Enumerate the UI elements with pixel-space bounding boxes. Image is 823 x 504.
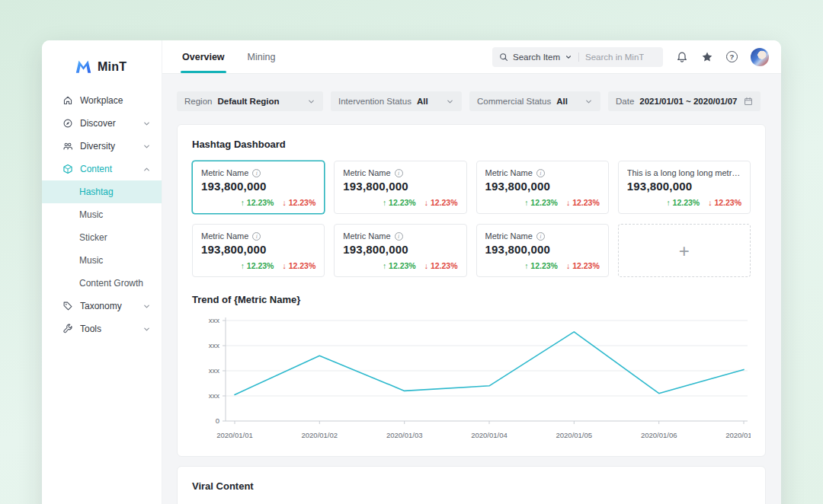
metric-value: 193,800,000 <box>201 180 315 193</box>
metric-name: Metric Name <box>485 168 533 177</box>
arrow-up-icon: ↑ <box>383 261 386 270</box>
sidebar-item-workplace[interactable]: Workplace <box>42 89 162 112</box>
svg-text:xxx: xxx <box>209 366 220 375</box>
chevron-down-icon <box>584 97 593 106</box>
arrow-down-icon: ↓ <box>566 261 570 270</box>
chevron-down-icon <box>307 97 315 106</box>
plus-icon: + <box>679 242 690 260</box>
down-badge: ↓ 12.23% <box>424 261 458 270</box>
chevron-down-icon <box>143 120 151 128</box>
up-badge: ↑ 12.23% <box>383 261 416 270</box>
sidebar: MinT WorkplaceDiscoverDiversityContentHa… <box>42 40 162 504</box>
down-badge: ↓ 12.23% <box>566 261 600 270</box>
filter-commercial-status[interactable]: Commercial StatusAll <box>469 91 600 111</box>
info-icon: i <box>395 232 403 241</box>
sidebar-item-tools[interactable]: Tools <box>42 317 162 340</box>
arrow-up-icon: ↑ <box>666 198 670 207</box>
content-icon <box>62 164 73 175</box>
arrow-down-icon: ↓ <box>282 261 286 270</box>
up-badge: ↑ 12.23% <box>524 198 558 207</box>
trend-title: Trend of {Metric Name} <box>192 294 751 305</box>
arrow-up-icon: ↑ <box>241 261 245 270</box>
up-badge: ↑ 12.23% <box>241 261 274 270</box>
metric-card[interactable]: Metric Namei 193,800,000 ↑ 12.23% ↓ 12.2… <box>476 224 609 277</box>
metric-value: 193,800,000 <box>343 180 457 193</box>
info-icon: i <box>252 232 261 241</box>
sidebar-item-music[interactable]: Music <box>42 249 162 272</box>
svg-text:xxx: xxx <box>209 391 220 400</box>
sidebar-item-content[interactable]: Content <box>42 158 162 180</box>
filter-date[interactable]: Date2021/01/01 ~ 2020/01/07 <box>608 91 761 111</box>
metric-card[interactable]: Metric Namei 193,800,000 ↑ 12.23% ↓ 12.2… <box>192 224 325 277</box>
metric-card[interactable]: Metric Namei 193,800,000 ↑ 12.23% ↓ 12.2… <box>334 161 466 214</box>
app-logo[interactable]: MinT <box>42 40 162 89</box>
chevron-down-icon <box>143 302 151 311</box>
tab-overview[interactable]: Overview <box>181 40 226 73</box>
chevron-down-icon <box>565 53 572 61</box>
add-metric-button[interactable]: + <box>618 224 751 277</box>
down-badge: ↓ 12.23% <box>282 261 315 270</box>
sidebar-item-hashtag[interactable]: Hashtag <box>42 180 162 203</box>
metric-name: Metric Name <box>201 231 248 241</box>
metric-value: 193,800,000 <box>201 243 315 256</box>
metric-badges: ↑ 12.23% ↓ 12.23% <box>627 198 741 207</box>
star-icon[interactable] <box>701 51 713 63</box>
metric-card[interactable]: Metric Namei 193,800,000 ↑ 12.23% ↓ 12.2… <box>334 224 466 277</box>
metric-card[interactable]: Metric Namei 193,800,000 ↑ 12.23% ↓ 12.2… <box>476 161 609 214</box>
sidebar-item-sticker[interactable]: Sticker <box>42 226 162 249</box>
sidebar-item-label: Content <box>80 164 143 174</box>
down-badge: ↓ 12.23% <box>566 198 600 207</box>
sidebar-item-label: Music <box>79 209 151 220</box>
metric-name: Metric Name <box>201 168 248 177</box>
arrow-down-icon: ↓ <box>566 198 570 207</box>
tab-mining[interactable]: Mining <box>246 40 277 73</box>
taxonomy-icon <box>62 301 73 312</box>
sidebar-item-taxonomy[interactable]: Taxonomy <box>42 295 162 317</box>
search-icon <box>499 53 508 62</box>
metric-badges: ↑ 12.23% ↓ 12.23% <box>343 261 457 270</box>
sidebar-item-diversity[interactable]: Diversity <box>42 135 162 158</box>
up-badge: ↑ 12.23% <box>241 198 274 207</box>
sidebar-item-content-growth[interactable]: Content Growth <box>42 272 162 295</box>
topbar: OverviewMining Search Item Search in Min… <box>162 40 781 74</box>
metric-badges: ↑ 12.23% ↓ 12.23% <box>485 261 600 270</box>
svg-text:2020/01/01: 2020/01/01 <box>216 431 253 439</box>
bell-icon[interactable] <box>676 51 688 63</box>
sidebar-item-label: Hashtag <box>79 187 151 197</box>
filter-intervention-status[interactable]: Intervention StatusAll <box>331 91 462 111</box>
app-name: MinT <box>98 60 126 74</box>
sidebar-item-label: Content Growth <box>79 278 151 289</box>
svg-text:2020/01/03: 2020/01/03 <box>386 431 423 439</box>
svg-text:2020/01/02: 2020/01/02 <box>302 431 338 439</box>
filter-region[interactable]: RegionDefault Region <box>177 91 323 111</box>
sidebar-item-discover[interactable]: Discover <box>42 112 162 135</box>
info-icon: i <box>536 232 545 241</box>
up-badge: ↑ 12.23% <box>383 198 416 207</box>
sidebar-item-music[interactable]: Music <box>42 203 162 226</box>
metric-card[interactable]: Metric Namei 193,800,000 ↑ 12.23% ↓ 12.2… <box>192 161 325 214</box>
metric-value: 193,800,000 <box>627 180 741 193</box>
metric-name: Metric Name <box>485 231 533 241</box>
dashboard-title: Hashtag Dashboard <box>192 139 751 150</box>
search-input[interactable]: Search in MinT <box>585 53 644 62</box>
chevron-down-icon <box>446 97 454 106</box>
search-divider <box>578 53 579 62</box>
filter-value: Default Region <box>217 97 279 106</box>
filter-label: Region <box>184 97 212 106</box>
arrow-down-icon: ↓ <box>424 261 428 270</box>
filter-value: 2021/01/01 ~ 2020/01/07 <box>639 97 737 106</box>
metric-badges: ↑ 12.23% ↓ 12.23% <box>485 198 600 207</box>
tab-label: Overview <box>182 52 225 62</box>
arrow-down-icon: ↓ <box>424 198 428 207</box>
arrow-up-icon: ↑ <box>524 198 528 207</box>
filter-value: All <box>417 97 428 106</box>
metric-card[interactable]: This is a long long long metric name... … <box>618 161 751 214</box>
search-scope-select[interactable]: Search Item <box>513 53 560 62</box>
help-icon[interactable]: ? <box>726 51 738 62</box>
arrow-up-icon: ↑ <box>383 198 386 207</box>
avatar[interactable] <box>751 48 769 66</box>
arrow-up-icon: ↑ <box>524 261 528 270</box>
down-badge: ↓ 12.23% <box>708 198 741 207</box>
filter-value: All <box>556 97 568 106</box>
search-box[interactable]: Search Item Search in MinT <box>492 47 663 67</box>
